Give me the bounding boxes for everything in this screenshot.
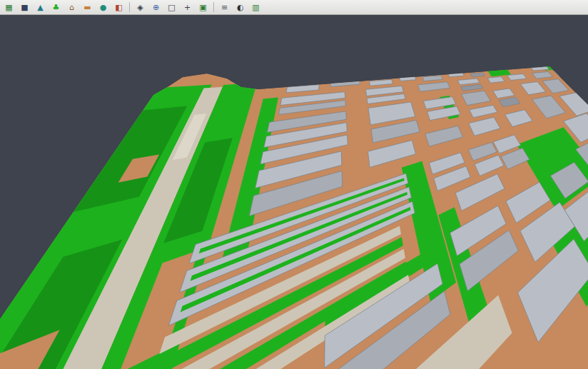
point-cloud-canvas[interactable] bbox=[0, 0, 588, 369]
measure-button[interactable]: + bbox=[181, 1, 194, 14]
import-cloud-button[interactable]: ▲ bbox=[34, 1, 47, 14]
open-project-icon: ▦ bbox=[5, 4, 12, 11]
main-toolbar: ▦■▲♣⌂▬●◧◈⊕□+▣≡◐▥ bbox=[0, 0, 588, 15]
ground-class-button[interactable]: ▬ bbox=[81, 1, 94, 14]
building-class-icon: ⌂ bbox=[69, 4, 74, 11]
color-mode-button[interactable]: ◧ bbox=[112, 1, 126, 14]
save-project-button[interactable]: ■ bbox=[18, 1, 31, 14]
snapshot-button[interactable]: ▣ bbox=[196, 1, 210, 14]
settings-button[interactable]: ◈ bbox=[133, 1, 147, 14]
vegetation-class-button[interactable]: ♣ bbox=[49, 1, 63, 14]
snapshot-icon: ▣ bbox=[199, 4, 206, 11]
globe-view-icon: ◐ bbox=[237, 4, 244, 11]
clip-box-button[interactable]: □ bbox=[165, 1, 178, 14]
stats-chart-button[interactable]: ▥ bbox=[249, 1, 263, 14]
globe-view-button[interactable]: ◐ bbox=[233, 1, 247, 14]
settings-icon: ◈ bbox=[137, 4, 143, 11]
vegetation-class-icon: ♣ bbox=[53, 4, 60, 11]
measure-icon: + bbox=[184, 4, 191, 11]
toolbar-separator bbox=[213, 2, 214, 12]
import-cloud-icon: ▲ bbox=[37, 4, 43, 11]
toolbar-separator bbox=[129, 2, 130, 12]
print-button[interactable]: ≡ bbox=[218, 1, 231, 14]
clip-box-icon: □ bbox=[168, 4, 175, 11]
classify-points-button[interactable]: ● bbox=[96, 1, 110, 14]
viewport-3d[interactable] bbox=[0, 0, 588, 369]
ground-class-icon: ▬ bbox=[83, 4, 91, 11]
stats-chart-icon: ▥ bbox=[252, 4, 259, 11]
print-icon: ≡ bbox=[221, 4, 228, 11]
zoom-extent-button[interactable]: ⊕ bbox=[149, 1, 163, 14]
save-project-icon: ■ bbox=[21, 4, 28, 11]
color-mode-icon: ◧ bbox=[115, 4, 122, 11]
building-class-button[interactable]: ⌂ bbox=[65, 1, 78, 14]
classify-points-icon: ● bbox=[100, 4, 107, 11]
open-project-button[interactable]: ▦ bbox=[2, 1, 16, 14]
zoom-extent-icon: ⊕ bbox=[153, 4, 159, 11]
